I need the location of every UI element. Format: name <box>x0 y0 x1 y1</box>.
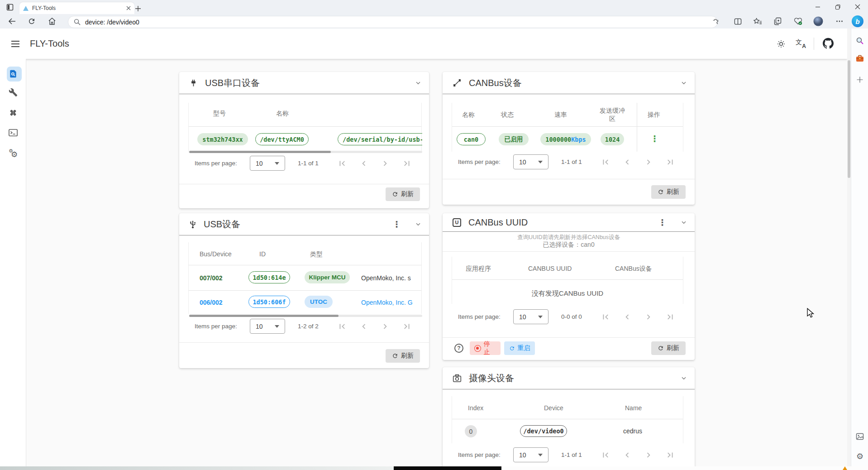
restart-button[interactable]: 重启 <box>504 341 535 355</box>
refresh-icon <box>658 189 664 195</box>
window-restore-button[interactable] <box>832 1 843 12</box>
can0-chip[interactable]: can0 <box>457 133 486 145</box>
new-tab-button[interactable] <box>133 3 143 14</box>
canbus-refresh-button[interactable]: 刷新 <box>651 185 686 199</box>
h-scrollbar-thumb[interactable] <box>189 151 331 153</box>
tty-chip[interactable]: /dev/ttyACM0 <box>255 133 309 145</box>
last-page-icon[interactable] <box>665 157 675 167</box>
usb-collapse-icon[interactable] <box>413 219 424 230</box>
split-screen-icon[interactable] <box>732 16 743 27</box>
first-page-icon[interactable] <box>337 321 347 331</box>
copilot-bing-icon[interactable] <box>852 15 863 27</box>
first-page-icon[interactable] <box>601 450 610 460</box>
usb-serial-collapse-icon[interactable] <box>413 77 424 88</box>
canbus-header: CANBus设备 <box>443 72 695 94</box>
canbus-uuid-pager: Items per page: 10 0-0 of 0 <box>443 307 695 327</box>
window-close-button[interactable] <box>852 1 863 12</box>
page-size-select[interactable]: 10 <box>250 319 285 334</box>
nav-tools-wrench-icon[interactable] <box>8 87 19 98</box>
col-app: 应用程序 <box>466 265 491 273</box>
stop-button[interactable]: 停止 <box>470 341 501 355</box>
sidebar-screenshot-icon[interactable] <box>854 431 865 442</box>
h-scrollbar[interactable] <box>189 151 422 153</box>
home-button[interactable] <box>47 16 57 27</box>
uuid-refresh-button[interactable]: 刷新 <box>651 341 686 355</box>
window-minimize-button[interactable] <box>812 1 823 12</box>
scrollbar-thumb[interactable] <box>848 60 850 178</box>
page-size-select[interactable]: 10 <box>513 447 548 462</box>
prev-page-icon[interactable] <box>359 321 369 331</box>
next-page-icon[interactable] <box>380 158 390 168</box>
help-icon[interactable] <box>454 344 463 353</box>
collections-icon[interactable] <box>772 16 783 27</box>
last-page-icon[interactable] <box>402 158 412 168</box>
first-page-icon[interactable] <box>337 158 347 168</box>
nav-terminal-icon[interactable] <box>8 127 19 138</box>
nav-settings-gears-icon[interactable]: ⚙⚙ <box>8 148 19 159</box>
page-size-select[interactable]: 10 <box>250 156 285 171</box>
back-button[interactable] <box>7 16 18 27</box>
usb-card-menu-icon[interactable]: ⋮ <box>392 220 401 229</box>
camera-table: Index Device Name 0 /dev/video0 cedrus <box>452 396 683 443</box>
settings-more-icon[interactable] <box>834 16 845 27</box>
favorites-icon[interactable] <box>752 16 763 27</box>
browser-essentials-icon[interactable] <box>792 16 803 27</box>
items-per-page-label: Items per page: <box>458 445 501 465</box>
github-icon[interactable] <box>823 38 834 48</box>
menu-icon[interactable] <box>10 38 21 49</box>
tab-close-icon[interactable] <box>126 6 131 10</box>
serial-path-chip[interactable]: /dev/serial/by-id/usb-Klipper_st <box>338 133 422 145</box>
prev-page-icon[interactable] <box>359 158 369 168</box>
nav-healing-icon[interactable] <box>8 107 19 118</box>
id-chip-1[interactable]: 1d50:614e <box>248 271 290 283</box>
sidebar-search-icon[interactable] <box>854 35 865 46</box>
site-favicon <box>23 6 29 11</box>
usb-refresh-button[interactable]: 刷新 <box>386 349 420 363</box>
page-size-select[interactable]: 10 <box>513 154 548 169</box>
refresh-page-button[interactable] <box>26 16 37 27</box>
page-size-value: 10 <box>256 323 263 330</box>
uuid-hint-selected: 已选择设备：can0 <box>443 241 695 249</box>
browser-tab[interactable]: FLY-Tools <box>19 2 134 14</box>
sidebar-settings-gear-icon[interactable]: ⚙ <box>854 451 865 462</box>
nav-device-scan-icon[interactable] <box>8 68 19 79</box>
card-canbus: CANBus设备 名称 状态 速率 发送缓冲区 操作 can0 已启用 1000… <box>443 72 695 205</box>
page-scrollbar[interactable] <box>847 29 851 466</box>
header-divider <box>443 389 695 389</box>
translate-icon[interactable] <box>796 38 806 49</box>
buffer-chip: 1024 <box>601 133 624 145</box>
prev-page-icon[interactable] <box>622 450 632 460</box>
next-page-icon[interactable] <box>644 312 653 322</box>
first-page-icon[interactable] <box>601 157 610 167</box>
last-page-icon[interactable] <box>665 450 675 460</box>
canbus-collapse-icon[interactable] <box>678 77 689 88</box>
last-page-icon[interactable] <box>402 321 412 331</box>
sidebar-toolbox-icon[interactable] <box>854 53 865 64</box>
extensions-icon[interactable] <box>710 16 721 27</box>
row-actions-menu-icon[interactable]: ⋮ <box>650 134 659 143</box>
prev-page-icon[interactable] <box>622 157 632 167</box>
vendor-1[interactable]: OpenMoko, Inc. s <box>361 274 411 282</box>
id-chip-2[interactable]: 1d50:606f <box>248 296 290 308</box>
theme-toggle-icon[interactable] <box>776 38 787 49</box>
usb-serial-refresh-button[interactable]: 刷新 <box>386 187 420 201</box>
last-page-icon[interactable] <box>665 312 675 322</box>
first-page-icon[interactable] <box>601 312 610 322</box>
profile-avatar[interactable] <box>813 16 824 27</box>
restart-icon <box>509 345 515 351</box>
next-page-icon[interactable] <box>644 450 653 460</box>
refresh-icon <box>392 191 398 197</box>
camera-device-chip[interactable]: /dev/video0 <box>520 425 567 437</box>
uuid-collapse-icon[interactable] <box>678 217 689 228</box>
tab-layout-icon[interactable] <box>5 2 15 13</box>
next-page-icon[interactable] <box>644 157 653 167</box>
next-page-icon[interactable] <box>380 321 390 331</box>
sidebar-add-icon[interactable] <box>854 74 865 85</box>
vendor-2[interactable]: OpenMoko, Inc. G <box>361 299 413 306</box>
prev-page-icon[interactable] <box>622 312 632 322</box>
camera-collapse-icon[interactable] <box>678 373 689 384</box>
page-size-select[interactable]: 10 <box>513 309 548 324</box>
address-bar[interactable]: device: /dev/video0 <box>68 16 718 28</box>
model-chip: stm32h743xx <box>197 133 248 145</box>
uuid-card-menu-icon[interactable]: ⋮ <box>658 218 667 227</box>
